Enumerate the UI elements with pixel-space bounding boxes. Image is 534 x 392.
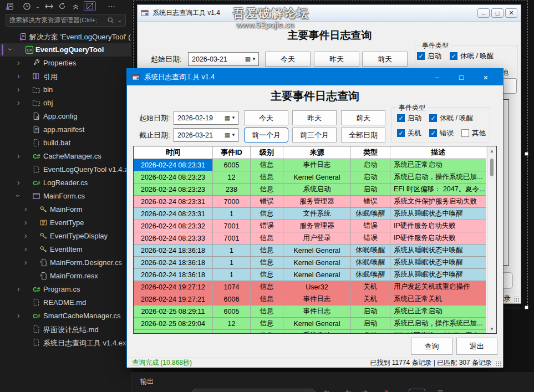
tree-item[interactable]: 界面设计总结.md: [0, 323, 131, 336]
grid-cell[interactable]: 信息: [251, 318, 283, 330]
grid-cell[interactable]: 用户登录: [283, 232, 351, 245]
tree-item[interactable]: EventLogQueryTool v1.4.z: [0, 163, 131, 176]
grid-cell[interactable]: EFI 时区偏移： 2047。夏令...: [390, 184, 486, 196]
grid-cell[interactable]: 2026-02-25 08:29:04: [134, 330, 213, 334]
grid-cell[interactable]: 2026-02-24 08:23:23: [134, 171, 213, 184]
grid-cell[interactable]: 启动: [351, 306, 390, 318]
grid-vertical-scrollbar[interactable]: ▲▼: [487, 146, 496, 333]
list-icon[interactable]: [437, 389, 444, 392]
grid-cell[interactable]: 7000: [213, 196, 251, 208]
grid-cell[interactable]: 错误: [351, 220, 390, 232]
grid-cell[interactable]: 事件日志: [283, 293, 351, 306]
scroll-up-icon[interactable]: ▲: [487, 146, 496, 155]
checkbox-4[interactable]: ✓错误: [429, 129, 454, 138]
tree-item[interactable]: MainForm.resx: [0, 269, 131, 283]
grid-cell[interactable]: 系统已正常启动: [390, 159, 486, 171]
preview-toggle-icon[interactable]: [84, 1, 96, 11]
chevron-down-icon[interactable]: ›: [6, 48, 15, 51]
chevron-right-icon[interactable]: ›: [17, 72, 20, 80]
checkbox-unchecked-icon[interactable]: [461, 129, 469, 137]
tree-item[interactable]: ›C#CacheManager.cs: [0, 150, 131, 163]
clear-output-icon[interactable]: ✕: [384, 389, 389, 392]
grid-cell[interactable]: 信息: [251, 159, 283, 171]
grid-cell[interactable]: 启动: [351, 330, 390, 334]
tree-item[interactable]: ›C#SmartCacheManager.cs: [0, 309, 131, 323]
tree-item[interactable]: ›EventType: [0, 216, 131, 230]
day-before-button[interactable]: 前天: [341, 110, 385, 125]
chevron-down-icon[interactable]: ›: [14, 195, 23, 197]
grid-cell[interactable]: 12: [213, 171, 251, 184]
grid-cell[interactable]: 2026-02-24 08:23:23: [134, 184, 213, 196]
checkbox-3[interactable]: ✓关机: [397, 129, 421, 138]
grid-cell[interactable]: 错误: [351, 196, 390, 208]
resize-grip[interactable]: [514, 297, 520, 302]
grid-cell[interactable]: 休眠/唤醒: [351, 245, 390, 257]
grid-cell[interactable]: 2026-02-24 08:23:31: [134, 208, 213, 220]
grid-cell[interactable]: 休眠/唤醒: [351, 257, 390, 269]
tree-item[interactable]: 解决方案 'EventLogQueryTool' (: [0, 30, 131, 43]
checkbox-1[interactable]: ✓启动: [417, 52, 441, 60]
tree-item[interactable]: ›EventItem: [0, 243, 131, 256]
chevron-right-icon[interactable]: ›: [24, 258, 27, 267]
refresh-icon[interactable]: [57, 1, 67, 11]
minimize-button[interactable]: –: [477, 8, 490, 18]
grid-cell[interactable]: User32: [283, 281, 351, 293]
resize-grip[interactable]: [496, 361, 502, 366]
grid-cell[interactable]: 信息: [251, 208, 283, 220]
grid-cell[interactable]: 启动: [351, 184, 390, 196]
maximize-button[interactable]: □: [491, 8, 504, 18]
collapse-all-icon[interactable]: [70, 1, 80, 11]
chevron-right-icon[interactable]: ›: [24, 231, 27, 240]
grid-cell[interactable]: 信息: [251, 330, 283, 334]
grid-cell[interactable]: 信息: [251, 232, 283, 245]
chevron-down-icon[interactable]: ⌄: [35, 1, 40, 11]
tree-item[interactable]: README.md: [0, 296, 131, 309]
grid-column-header[interactable]: 级别: [251, 146, 283, 159]
checkbox-checked-icon[interactable]: ✓: [450, 52, 457, 60]
checkbox-5[interactable]: 其他: [461, 129, 486, 138]
history-icon[interactable]: [22, 1, 32, 11]
checkbox-checked-icon[interactable]: ✓: [429, 129, 437, 137]
grid-cell[interactable]: Kernel General: [283, 171, 351, 184]
grid-cell[interactable]: 错误: [251, 196, 283, 208]
dialog-titlebar[interactable]: 系统日志查询工具 v1.4 – □ ×: [127, 69, 503, 85]
grid-cell[interactable]: 2026-02-24 08:23:31: [134, 159, 213, 171]
grid-column-header[interactable]: 描述: [390, 146, 486, 159]
grid-cell[interactable]: 系统文件保护服务启动失败: [390, 196, 486, 208]
chevron-right-icon[interactable]: ›: [24, 245, 27, 253]
tree-item[interactable]: ›bin: [0, 83, 131, 96]
minimize-button[interactable]: –: [425, 69, 449, 85]
scrollbar-thumb[interactable]: [490, 159, 494, 176]
query-button[interactable]: 查询: [411, 338, 452, 355]
grid-cell[interactable]: 2026-02-24 18:36:18: [134, 269, 213, 281]
grid-cell[interactable]: 1074: [213, 281, 251, 293]
grid-cell[interactable]: 启动: [351, 159, 390, 171]
tree-item[interactable]: ›C#EventLogQueryTool: [0, 43, 131, 57]
search-input[interactable]: 搜索解决方案资源管理器(Ctrl+; ⌄: [6, 14, 126, 27]
tree-item[interactable]: App.config: [0, 110, 131, 123]
grid-cell[interactable]: 7001: [213, 220, 251, 232]
grid-cell[interactable]: 服务管理器: [283, 196, 351, 208]
chevron-right-icon[interactable]: ›: [17, 284, 20, 293]
tree-item[interactable]: ›C#LogReader.cs: [0, 176, 131, 190]
arrow-right-icon[interactable]: [362, 389, 368, 392]
grid-cell[interactable]: 错误: [351, 232, 390, 245]
arrow-left-icon[interactable]: [345, 389, 352, 392]
grid-cell[interactable]: 2026-02-24 18:36:18: [134, 245, 213, 257]
close-button[interactable]: ×: [474, 69, 498, 85]
grid-column-header[interactable]: 事件ID: [213, 146, 251, 159]
grid-cell[interactable]: IP硬件服务启动失败: [390, 232, 486, 245]
grid-cell[interactable]: 1: [213, 208, 251, 220]
start-date-picker[interactable]: 2026-03-21 ▦▼: [188, 52, 259, 66]
grid-cell[interactable]: 2026-02-24 19:27:21: [134, 293, 213, 306]
tree-item[interactable]: build.bat: [0, 136, 131, 150]
chevron-right-icon[interactable]: ›: [17, 98, 20, 107]
tree-item[interactable]: ›obj: [0, 96, 131, 110]
grid-column-header[interactable]: 时间: [134, 146, 213, 159]
grid-cell[interactable]: 事件日志: [283, 159, 351, 171]
grid-cell[interactable]: Kernel General: [283, 269, 351, 281]
grid-cell[interactable]: Kernel General: [283, 318, 351, 330]
grid-cell[interactable]: 系统从睡眠状态中唤醒: [390, 208, 486, 220]
grid-cell[interactable]: 信息: [251, 171, 283, 184]
checkbox-checked-icon[interactable]: ✓: [417, 52, 425, 60]
